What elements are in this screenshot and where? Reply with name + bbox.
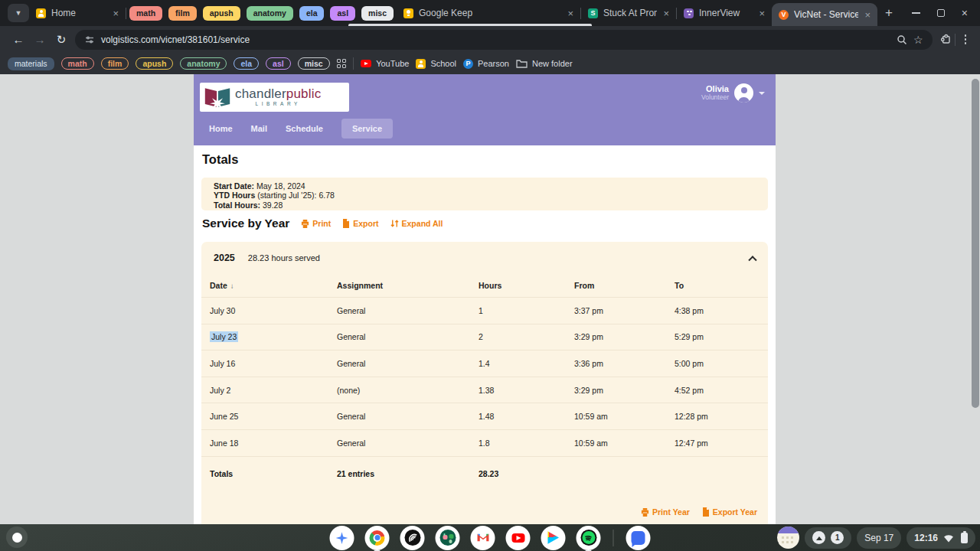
tab-home[interactable]: Home × [29,0,126,26]
tab-stuck-at-prom[interactable]: S Stuck At Prom Scholar × [581,0,676,26]
bookmark-group-ela[interactable]: ela [234,57,259,70]
year-label: 2025 [214,253,235,263]
bookmark-youtube[interactable]: YouTube [361,59,409,68]
youtube-icon[interactable] [506,526,531,550]
nav-schedule[interactable]: Schedule [286,124,323,133]
reload-icon[interactable]: ↻ [51,33,72,47]
table-row: July 23 General 2 3:29 pm 5:29 pm [201,324,768,350]
apps-grid-icon[interactable] [337,59,347,69]
gmail-icon[interactable] [471,526,495,550]
back-icon[interactable]: ← [8,33,29,46]
nav-mail[interactable]: Mail [251,124,267,133]
chrome-icon[interactable] [365,526,390,550]
tab-google-keep[interactable]: Google Keep × [397,0,580,26]
calendar-app-icon[interactable] [777,527,799,549]
shelf-divider [613,530,614,546]
url-text[interactable]: volgistics.com/vicnet/381601/service [101,34,890,45]
ytd-hours-label: YTD Hours [214,191,255,200]
bookmark-group-apush[interactable]: apush [136,57,173,70]
close-icon[interactable]: × [663,8,669,18]
start-date-value: May 18, 2024 [256,181,305,191]
shelf-apps [330,525,651,550]
bookmark-group-asl[interactable]: asl [266,57,291,70]
table-row: July 30 General 1 3:37 pm 4:38 pm [201,297,768,324]
nav-service[interactable]: Service [341,119,393,139]
col-date[interactable]: Date↓ [210,281,337,290]
tab-vicnet-service[interactable]: V VicNet - Service × [772,3,877,26]
minimize-icon[interactable] [912,12,920,14]
tab-label: Google Keep [419,8,561,18]
chevron-down-icon[interactable] [759,92,765,98]
bookmark-group-film[interactable]: film [101,57,129,70]
play-store-icon[interactable] [541,526,566,550]
bookmark-pearson[interactable]: P Pearson [463,59,509,69]
shapes-app-icon[interactable] [436,526,460,550]
forward-icon[interactable]: → [29,33,51,46]
printer-icon [641,508,649,517]
tab-group-misc[interactable]: misc [361,6,394,21]
maximize-icon[interactable] [937,9,945,17]
collapse-chevron-icon[interactable] [748,256,756,264]
bookmark-school[interactable]: School [416,59,456,69]
tab-group-apush[interactable]: apush [203,6,240,21]
col-hours[interactable]: Hours [479,281,574,290]
print-year-button[interactable]: Print Year [641,507,690,517]
tab-group-asl[interactable]: asl [330,6,355,21]
messages-icon[interactable] [626,526,651,550]
col-assignment[interactable]: Assignment [337,281,479,290]
scrollbar[interactable] [972,79,979,408]
launcher-button[interactable] [6,527,28,548]
bookmark-group-materials[interactable]: materials [8,57,54,70]
extensions-icon[interactable] [940,34,952,45]
nav-home[interactable]: Home [209,124,233,133]
close-icon[interactable]: × [759,8,765,18]
avatar[interactable] [734,83,753,103]
user-role: Volunteer [701,94,729,102]
tab-search-button[interactable]: ▼ [8,4,29,22]
spotify-icon[interactable] [577,526,601,550]
status-area: 1 Sep 17 12:16 [777,527,975,549]
notification-tray[interactable]: 1 [805,527,851,549]
year-panel-header[interactable]: 2025 28.23 hours served [201,242,768,274]
window-close-icon[interactable]: × [962,7,968,19]
tab-group-math[interactable]: math [129,6,162,21]
site-info-icon[interactable] [84,34,95,45]
wifi-icon [943,533,954,543]
chromeos-shelf: 1 Sep 17 12:16 [0,524,980,551]
user-menu[interactable]: Olivia Volunteer [701,83,765,103]
table-row: June 18 General 1.8 10:59 am 12:47 pm [201,429,768,456]
close-icon[interactable]: × [113,8,119,18]
bookmark-group-misc[interactable]: misc [298,57,330,70]
export-button[interactable]: Export [342,219,378,228]
sparkle-app-icon[interactable] [330,526,354,550]
print-button[interactable]: Print [301,219,331,228]
browser-tab-strip: ▼ Home × math film apush anatomy ela asl… [0,0,980,26]
col-from[interactable]: From [574,281,675,290]
tab-innerview[interactable]: InnerView × [677,0,772,26]
bookmark-star-icon[interactable]: ☆ [913,34,923,46]
close-icon[interactable]: × [567,8,573,18]
close-icon[interactable]: × [864,10,871,20]
bookmark-new-folder[interactable]: New folder [516,59,573,68]
update-icon [812,531,825,544]
col-to[interactable]: To [675,281,760,290]
tab-group-anatomy[interactable]: anatomy [247,6,293,21]
tab-group-ela[interactable]: ela [299,6,325,21]
arcs-app-icon[interactable] [400,526,425,550]
date-pill[interactable]: Sep 17 [857,527,901,549]
toolbar-separator [955,34,956,46]
bookmark-group-anatomy[interactable]: anatomy [180,57,227,70]
quick-settings[interactable]: 12:16 [906,527,975,549]
file-icon [702,507,710,517]
bookmark-group-math[interactable]: math [61,57,94,70]
new-tab-button[interactable]: + [885,5,893,21]
tab-group-film[interactable]: film [168,6,197,21]
expand-all-button[interactable]: Expand All [390,219,443,228]
tab-label: Home [51,8,106,18]
browser-toolbar: ← → ↻ volgistics.com/vicnet/381601/servi… [0,26,980,53]
browser-menu-icon[interactable] [965,34,967,44]
export-year-button[interactable]: Export Year [702,507,757,517]
zoom-page-icon[interactable] [897,34,907,45]
page-body: Totals Start Date: May 18, 2024 YTD Hour… [194,145,776,524]
address-bar[interactable]: volgistics.com/vicnet/381601/service ☆ [75,30,933,50]
